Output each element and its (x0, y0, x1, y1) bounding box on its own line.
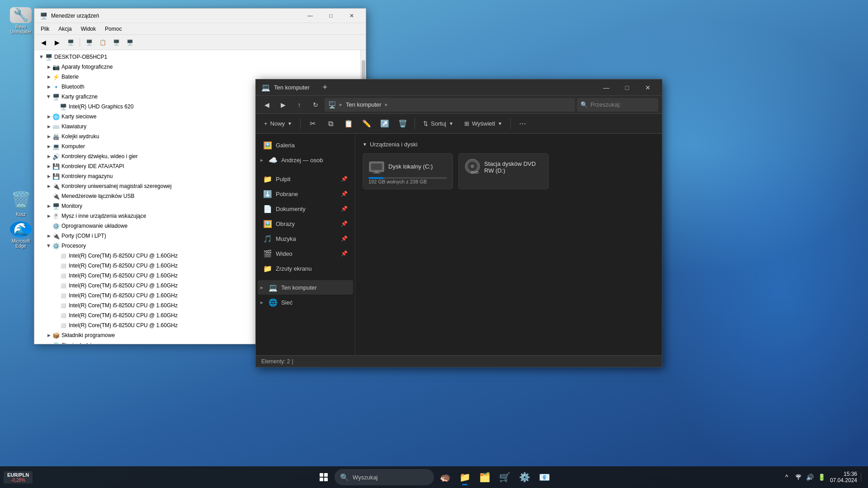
sidebar-item-screenshots[interactable]: 📁 Zrzuty ekranu (258, 261, 353, 276)
sidebar-item-video[interactable]: 🎬 Wideo 📌 (258, 246, 353, 261)
start-button[interactable] (315, 468, 333, 486)
view-label: Wyświetl (472, 120, 495, 127)
toolbar-new-btn[interactable]: + Nowy ▼ (259, 117, 297, 131)
sidebar-item-gallery[interactable]: 🖼️ Galeria (258, 138, 353, 152)
explorer-statusbar: Elementy: 2 | (256, 355, 662, 367)
toolbar-btn3[interactable]: 📋 (96, 37, 109, 48)
downloads-icon: ⬇️ (263, 190, 272, 198)
toolbar-rename[interactable]: ✏️ (359, 117, 375, 131)
explorer-new-tab[interactable]: + (317, 80, 333, 95)
explorer-minimize[interactable]: — (596, 80, 617, 96)
drive-d[interactable]: DVD Stacja dysków DVD RW (D:) (458, 153, 549, 189)
taskbar: EUR/PLN -0,28% 🔍 Wyszukaj 🦔 📁 🗂️ 🛒 ⚙️ 📧 … (0, 466, 868, 488)
toolbar-forward[interactable]: ▶ (51, 37, 63, 48)
drive-c-progress: 192 GB wolnych z 238 GB (368, 175, 447, 184)
stock-name: EUR/PLN (7, 472, 29, 478)
menu-widok[interactable]: Widok (76, 25, 100, 33)
toolbar-btn5[interactable]: 🖥️ (123, 37, 136, 48)
section-arrow[interactable]: ▼ (363, 142, 367, 147)
tree-bluetooth-arrow: ▶ (45, 83, 52, 90)
menu-plik[interactable]: Plik (36, 25, 54, 33)
toolbar-home[interactable]: 🖥️ (64, 37, 77, 48)
search-box[interactable]: 🔍 Przeszukaj: (577, 98, 658, 112)
sidebar-item-network[interactable]: ► 🌐 Sieć (258, 295, 353, 310)
tree-cameras-label: Aparaty fotograficzne (61, 64, 113, 70)
desktop-icon-revo[interactable]: 🔧 Revo Uninstaller (7, 7, 34, 34)
drive-d-top: DVD Stacja dysków DVD RW (D:) (464, 158, 543, 176)
gallery-icon: 🖼️ (263, 141, 272, 150)
stock-change: -0,28% (11, 478, 25, 483)
minimize-button[interactable]: — (300, 9, 321, 23)
nav-refresh[interactable]: ↻ (308, 98, 323, 112)
revo-icon-label: Revo Uninstaller (7, 24, 34, 34)
tree-cpu2-icon: ⬜ (60, 262, 67, 269)
pictures-label: Obrazy (276, 221, 337, 227)
tray-show-desktop[interactable] (861, 473, 864, 482)
view-chevron: ▼ (498, 121, 502, 126)
sidebar-item-documents[interactable]: 📄 Dokumenty 📌 (258, 202, 353, 216)
drive-c-info: Dysk lokalny (C:) (388, 163, 433, 170)
sidebar-item-pictures[interactable]: 🖼️ Obrazy 📌 (258, 216, 353, 231)
toolbar-sort-btn[interactable]: ⇅ Sortuj ▼ (419, 117, 458, 131)
explorer-maximize[interactable]: □ (617, 80, 637, 96)
tree-cpu4-label: Intel(R) Core(TM) i5-8250U CPU @ 1.60GHz (69, 282, 178, 289)
toolbar-copy[interactable]: ⧉ (322, 117, 339, 131)
toolbar-back[interactable]: ◀ (37, 37, 50, 48)
taskbar-search-bar[interactable]: 🔍 Wyszukaj (335, 469, 434, 485)
tree-item-cameras[interactable]: ▶ 📷 Aparaty fotograficzne (34, 62, 360, 72)
menu-akcja[interactable]: Akcja (54, 25, 76, 33)
drive-c[interactable]: Dysk lokalny (C:) 192 GB wolnych z 238 G… (363, 153, 453, 189)
nav-forward[interactable]: ▶ (276, 98, 290, 112)
sidebar-item-downloads[interactable]: ⬇️ Pobrane 📌 (258, 187, 353, 201)
taskbar-app-settings[interactable]: ⚙️ (515, 468, 533, 486)
drives-section-header: ▼ Urządzenia i dyski (363, 141, 655, 148)
menu-pomoc[interactable]: Pomoc (100, 25, 126, 33)
tray-chevron[interactable]: ^ (782, 473, 791, 482)
stock-widget[interactable]: EUR/PLN -0,28% (4, 471, 33, 483)
maximize-button[interactable]: □ (321, 9, 341, 23)
tree-cpu3-label: Intel(R) Core(TM) i5-8250U CPU @ 1.60GHz (69, 272, 178, 279)
explorer-navbar: ◀ ▶ ↑ ↻ 🖥️ ► Ten komputer ► 🔍 Przeszukaj… (256, 96, 662, 114)
tree-cpu1-icon: ⬜ (60, 252, 67, 259)
close-button[interactable]: ✕ (341, 9, 362, 23)
desktop-icon-edge[interactable]: 🌊 Microsoft Edge (7, 221, 34, 249)
desktop-icon-trash[interactable]: 🗑️ Kosz (7, 190, 34, 217)
taskbar-app-files2[interactable]: 🗂️ (476, 468, 494, 486)
toolbar-btn4[interactable]: 🖥️ (110, 37, 123, 48)
sidebar-item-music[interactable]: 🎵 Muzyka 📌 (258, 231, 353, 246)
toolbar-share[interactable]: ↗️ (377, 117, 393, 131)
tree-audio-arrow: ▶ (45, 153, 52, 160)
toolbar-paste[interactable]: 📋 (340, 117, 357, 131)
drive-c-name: Dysk lokalny (C:) (388, 163, 433, 170)
nav-up[interactable]: ↑ (292, 98, 307, 112)
pictures-icon: 🖼️ (263, 220, 272, 228)
sidebar-item-andrzej[interactable]: ► ☁️ Andrzej — osob (258, 153, 353, 167)
toolbar-delete[interactable]: 🗑️ (395, 117, 411, 131)
toolbar-cut[interactable]: ✂ (304, 117, 321, 131)
tree-proc-label: Procesory (61, 243, 86, 249)
taskbar-app-explorer[interactable]: 📁 (456, 468, 474, 486)
toolbar-more[interactable]: ⋯ (514, 117, 531, 131)
toolbar-btn2[interactable]: 🖥️ (83, 37, 95, 48)
taskbar-time-date[interactable]: 15:36 07.04.2024 (830, 471, 857, 483)
taskbar-app-mail[interactable]: 📧 (535, 468, 553, 486)
tree-cpu6-label: Intel(R) Core(TM) i5-8250U CPU @ 1.60GHz (69, 302, 178, 309)
toolbar-view-btn[interactable]: ⊞ Wyświetl ▼ (460, 117, 507, 131)
explorer-close[interactable]: ✕ (637, 80, 658, 96)
taskbar-app-hedgehog[interactable]: 🦔 (436, 468, 454, 486)
tree-root-icon: 🖥️ (45, 53, 52, 61)
tray-sound[interactable]: 🔊 (806, 473, 815, 482)
new-label: Nowy (270, 120, 285, 127)
tree-root[interactable]: ▶ 🖥️ DESKTOP-OB5HCP1 (34, 52, 360, 62)
sidebar-item-this-computer[interactable]: ► 💻 Ten komputer (258, 280, 353, 295)
address-bar[interactable]: 🖥️ ► Ten komputer ► (325, 98, 575, 112)
nav-back[interactable]: ◀ (259, 98, 274, 112)
sidebar-item-desktop[interactable]: 📁 Pulpit 📌 (258, 172, 353, 186)
explorer-title-icon: 💻 (261, 83, 270, 92)
taskbar-app-store[interactable]: 🛒 (495, 468, 514, 486)
tray-wifi[interactable] (794, 473, 803, 482)
trash-icon-label: Kosz (16, 212, 26, 217)
screenshots-icon: 📁 (263, 264, 272, 273)
drive-c-free: 192 GB wolnych z 238 GB (368, 179, 447, 184)
tray-battery[interactable]: 🔋 (817, 473, 826, 482)
